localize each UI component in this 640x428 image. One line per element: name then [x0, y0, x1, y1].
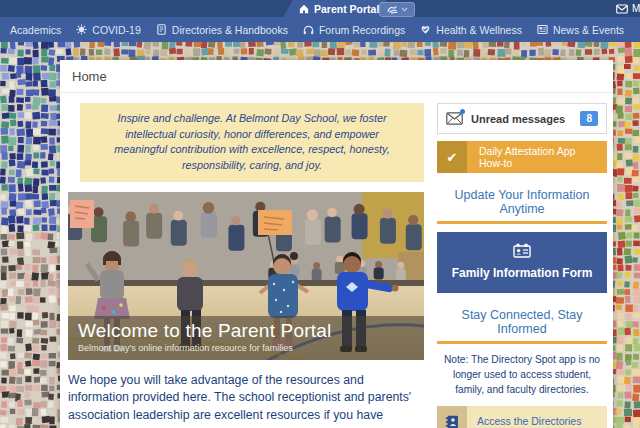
nav-item-covid19[interactable]: COVID-19 [76, 24, 140, 36]
nav-item-health-wellness[interactable]: Health & Wellness [420, 24, 522, 36]
id-card-icon [513, 243, 531, 258]
stay-connected-heading: Stay Connected, Stay Informed [437, 308, 607, 336]
chevron-down-icon [401, 7, 408, 12]
family-information-form-button[interactable]: Family Information Form [437, 232, 607, 293]
notification-dot [460, 109, 465, 114]
messages-label: Mess [632, 3, 640, 14]
nav-item-forum-recordings[interactable]: Forum Recordings [303, 24, 405, 36]
nav-label: Forum Recordings [319, 24, 405, 36]
daily-attestation-button[interactable]: ✔ Daily Attestation App How-to [437, 141, 607, 173]
nav-item-academics[interactable]: Academics [10, 24, 61, 36]
gold-divider [437, 341, 607, 344]
virus-icon [76, 24, 87, 35]
check-icon: ✔ [437, 141, 467, 173]
main-nav: Academics COVID-19 Directories & Handboo… [0, 17, 640, 42]
hero-title: Welcome to the Parent Portal [78, 320, 414, 343]
envelope-icon [446, 112, 463, 125]
breadcrumb: Home [60, 60, 613, 93]
access-directories-link[interactable]: Access the Directories [437, 406, 607, 428]
book-icon [156, 24, 167, 35]
messages-button[interactable]: Mess [616, 0, 640, 17]
address-book-icon [437, 406, 467, 428]
portal-title: Parent Portal [314, 3, 379, 15]
top-bar: Parent Portal Mess [0, 0, 640, 17]
directory-spot-note: Note: The Directory Spot app is no longe… [439, 353, 605, 397]
school-switcher-dropdown[interactable] [379, 2, 415, 17]
newspaper-icon [537, 24, 548, 35]
house-icon [299, 4, 309, 14]
sidebar: Unread messages 8 ✔ Daily Attestation Ap… [437, 103, 607, 428]
main-column: Inspire and challenge. At Belmont Day Sc… [68, 103, 424, 428]
content-panel: Home Inspire and challenge. At Belmont D… [60, 60, 613, 428]
unread-label: Unread messages [471, 113, 565, 125]
link-label: Access the Directories [467, 406, 591, 428]
headphones-icon [303, 24, 314, 35]
button-label: Family Information Form [452, 266, 593, 280]
heart-icon [420, 24, 431, 35]
unread-messages-card[interactable]: Unread messages 8 [437, 103, 607, 134]
nav-label: Directories & Handbooks [172, 24, 288, 36]
parent-portal-page: Parent Portal Mess Academics COVID-19 Di… [0, 0, 640, 428]
update-info-heading: Update Your Information Anytime [437, 188, 607, 216]
intro-paragraph: We hope you will take advantage of the r… [68, 372, 424, 428]
nav-item-directories-handbooks[interactable]: Directories & Handbooks [156, 24, 288, 36]
hero-subtitle: Belmont Day's online information resourc… [78, 343, 414, 353]
nav-label: Health & Wellness [436, 24, 522, 36]
link-label: Daily Attestation App How-to [467, 141, 607, 173]
nav-label: News & Events [553, 24, 624, 36]
nav-item-news-events[interactable]: News & Events [537, 24, 624, 36]
unread-count-badge: 8 [580, 111, 598, 126]
hero-caption-overlay: Welcome to the Parent Portal Belmont Day… [68, 316, 424, 360]
hero-photo: Welcome to the Parent Portal Belmont Day… [68, 192, 424, 360]
school-logo [387, 5, 398, 14]
envelope-icon [616, 4, 628, 14]
gold-divider [437, 221, 607, 224]
mission-quote: Inspire and challenge. At Belmont Day Sc… [80, 103, 424, 182]
nav-label: Academics [10, 24, 61, 36]
nav-label: COVID-19 [92, 24, 140, 36]
